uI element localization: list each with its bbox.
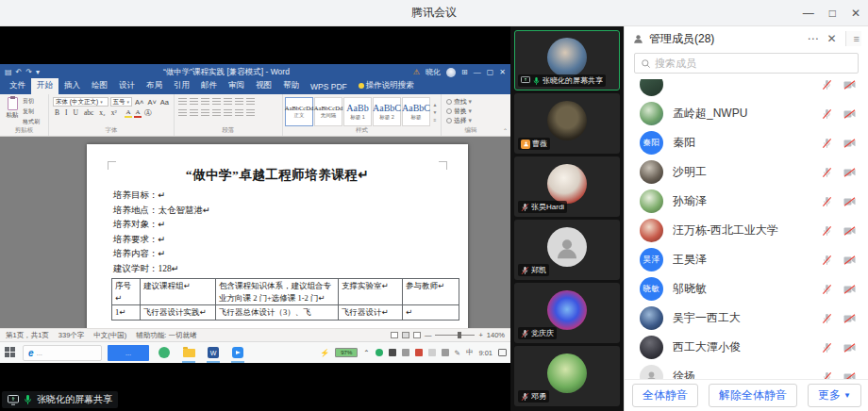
ribbon-tab[interactable]: 文件 [4,78,31,94]
ribbon-tab[interactable]: 插入 [58,78,86,94]
style-card[interactable]: AaBbC 标题 2 [373,97,401,126]
editing-button[interactable]: 查找▾ [446,97,495,107]
tray-app-icon[interactable] [376,349,383,356]
decrease-indent-icon[interactable] [212,98,221,107]
align-center-icon[interactable] [190,109,198,118]
taskbar-meeting[interactable] [228,343,247,363]
align-left-icon[interactable] [178,109,187,118]
mic-muted-icon[interactable] [822,284,832,295]
taskbar-app-green[interactable] [155,343,174,363]
shrink-font-button[interactable]: A˅ [146,98,157,107]
ribbon-display-options-icon[interactable]: ⊞ [461,68,468,76]
web-layout-icon[interactable] [413,332,421,338]
search-input[interactable] [655,58,852,69]
font-format-button[interactable]: U [72,108,80,117]
style-card[interactable]: AaBbC 标题 [402,97,430,126]
enclose-char-button[interactable]: Ⓐ [143,108,153,118]
member-row[interactable]: 秦阳 秦阳 [625,128,868,157]
camera-muted-icon[interactable] [843,314,856,323]
zoom-in-icon[interactable]: + [478,331,482,339]
multilevel-list-icon[interactable] [201,98,209,107]
clipboard-mini-button[interactable]: 格式刷 [23,118,40,126]
statusbar-segment[interactable]: 第1页，共1页 [6,331,49,340]
statusbar-segment[interactable]: 339个字 [58,331,85,340]
panel-close-button[interactable]: ✕ [827,32,837,45]
edge-taskbar-button[interactable]: e … [23,345,102,361]
camera-muted-icon[interactable] [843,139,856,148]
paste-button[interactable]: 粘贴 [2,97,23,126]
read-mode-icon[interactable] [391,332,398,338]
undo-icon[interactable]: ↶ [16,68,23,76]
ribbon-tab[interactable]: 邮件 [195,78,223,94]
member-row[interactable]: 西工大潭小俊 [625,333,868,362]
zoom-slider[interactable] [435,335,475,336]
document-page[interactable]: “做中学”卓越工程师培养课程↵ 培养目标：↵培养地点：太仓智慧港↵培养对象：↵培… [87,144,468,328]
ribbon-tab[interactable]: 布局 [141,78,168,94]
camera-muted-icon[interactable] [843,109,856,119]
member-row[interactable] [625,79,868,99]
tray-mic-icon[interactable] [389,349,396,356]
font-format-button[interactable]: x₂ [97,108,107,117]
battery-indicator[interactable]: 97% [335,348,358,357]
member-row[interactable]: 孟岭超_NWPU [625,99,868,128]
show-marks-icon[interactable] [246,98,255,107]
member-search-box[interactable] [634,53,859,74]
ribbon-tab[interactable]: 开始 [31,78,58,94]
video-tile[interactable]: 张晓化的屏幕共享 [514,30,620,90]
word-restore-button[interactable]: ▢ [487,68,494,76]
word-close-button[interactable]: ✕ [499,68,506,76]
mic-muted-icon[interactable] [822,342,832,353]
member-row[interactable]: 沙明工 [625,157,868,187]
maximize-button[interactable]: □ [829,7,836,20]
notification-center-icon[interactable] [498,349,507,356]
tray-recorder-icon[interactable] [415,349,423,356]
print-layout-icon[interactable] [402,332,409,338]
taskbar-word[interactable]: W [204,343,223,363]
collapse-ribbon-icon[interactable]: ⌃ [503,127,508,134]
ribbon-tab[interactable]: 设计 [113,78,141,94]
clock[interactable]: 9:01 [478,349,492,357]
number-list-icon[interactable] [190,98,198,107]
mic-muted-icon[interactable] [822,79,832,90]
redo-icon[interactable]: ↷ [25,68,32,76]
ribbon-tab[interactable]: 帮助 [277,78,305,94]
font-format-button[interactable]: I [63,108,70,117]
ribbon-tab[interactable]: 操作说明搜索 [353,78,420,94]
taskbar-file-explorer[interactable] [179,343,198,363]
mic-muted-icon[interactable] [822,196,832,207]
highlight-color-button[interactable]: A [125,109,132,117]
statusbar-segment[interactable]: 辅助功能: 一切就绪 [136,331,196,340]
font-format-button[interactable]: abc [82,108,95,117]
camera-muted-icon[interactable] [843,80,856,90]
panel-menu-button[interactable]: ≡ [845,31,861,46]
align-right-icon[interactable] [201,109,209,118]
mic-muted-icon[interactable] [822,371,832,380]
zoom-slider-thumb[interactable] [458,332,461,338]
shading-icon[interactable] [235,109,243,118]
more-button[interactable]: 更多▼ [808,384,861,407]
mic-muted-icon[interactable] [822,167,832,178]
tray-display-icon[interactable] [402,349,409,356]
mute-all-button[interactable]: 全体静音 [632,384,698,407]
member-row[interactable]: 汪万栋-西北工业大学 [625,216,868,245]
zoom-level[interactable]: 140% [487,331,505,339]
clipboard-mini-button[interactable]: 剪切 [23,97,40,106]
unmute-all-button[interactable]: 解除全体静音 [709,384,797,407]
bullet-list-icon[interactable] [178,98,187,107]
panel-more-button[interactable]: ⋯ [808,32,819,45]
mic-muted-icon[interactable] [822,225,832,237]
editing-button[interactable]: 选择▾ [446,116,495,125]
ribbon-tab[interactable]: 视图 [250,78,277,94]
video-tile[interactable]: 张昊Hardi [514,156,620,217]
style-card[interactable]: AaBbCcDd 无间隔 [314,97,342,126]
mic-muted-icon[interactable] [822,108,832,120]
statusbar-segment[interactable]: 中文(中国) [93,331,126,340]
ribbon-tab[interactable]: WPS PDF [305,80,353,94]
word-minimize-button[interactable]: — [474,68,481,76]
camera-muted-icon[interactable] [843,168,856,177]
video-tile[interactable]: 邓勇 [514,346,620,406]
active-window-button[interactable]: … [108,345,149,361]
ribbon-tab[interactable]: 引用 [168,78,195,94]
font-name-select[interactable]: 宋体 (中文正文)▾ [53,97,108,107]
font-format-button[interactable]: x² [109,108,119,117]
